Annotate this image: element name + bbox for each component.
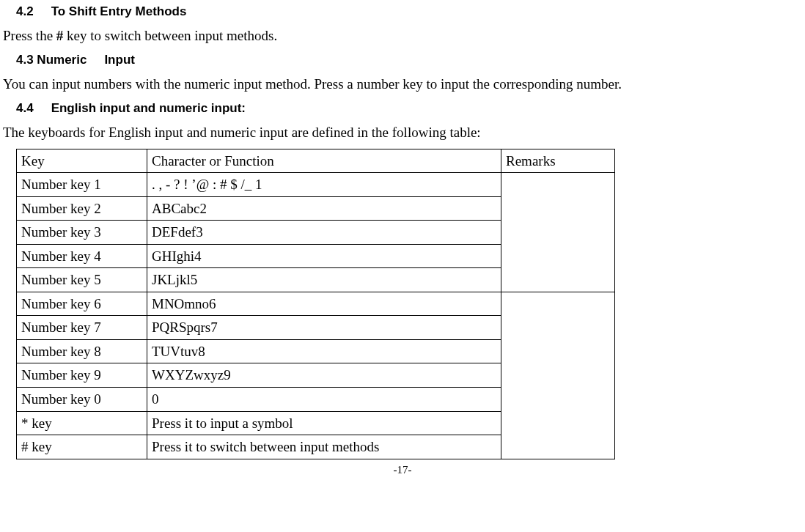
table-cell-key: Number key 7	[17, 316, 147, 340]
table-header-row: Key Character or Function Remarks	[17, 149, 615, 173]
body-4-4: The keyboards for English input and nume…	[3, 122, 802, 143]
heading-4-4: 4.4English input and numeric input:	[16, 100, 802, 118]
table-cell-key: Number key 4	[17, 244, 147, 268]
heading-4-2: 4.2To Shift Entry Methods	[16, 3, 802, 21]
heading-number: 4.4	[16, 101, 34, 115]
heading-4-3: 4.3 NumericInput	[16, 51, 802, 70]
table-cell-key: * key	[17, 411, 147, 435]
table-row: Number key 6 MNOmno6	[17, 292, 615, 316]
table-cell-char: Press it to switch between input methods	[147, 435, 501, 459]
table-cell-key: Number key 5	[17, 268, 147, 292]
table-cell-key: Number key 3	[17, 221, 147, 245]
table-cell-char: WXYZwxyz9	[147, 363, 501, 388]
table-header-remarks: Remarks	[501, 149, 615, 173]
heading-text: Input	[104, 53, 135, 67]
table-cell-key: Number key 6	[17, 292, 147, 316]
table-cell-key: Number key 2	[17, 196, 147, 221]
table-cell-char: 0	[147, 388, 501, 412]
table-cell-char: Press it to input a symbol	[147, 411, 501, 435]
table-cell-char: . , - ? ! ’@ : # $ /_ 1	[147, 173, 501, 197]
table-cell-char: JKLjkl5	[147, 268, 501, 292]
table-row: Number key 1 . , - ? ! ’@ : # $ /_ 1	[17, 173, 615, 197]
table-cell-key: Number key 9	[17, 363, 147, 388]
body-4-3: You can input numbers with the numeric i…	[3, 74, 802, 95]
table-cell-char: PQRSpqrs7	[147, 316, 501, 340]
table-cell-remarks	[501, 292, 615, 459]
heading-text: English input and numeric input:	[51, 101, 246, 115]
table-cell-char: MNOmno6	[147, 292, 501, 316]
table-header-key: Key	[17, 149, 147, 173]
body-text-span: Press the # key to switch between input …	[3, 28, 277, 43]
table-header-char: Character or Function	[147, 149, 501, 173]
table-cell-key: Number key 1	[17, 173, 147, 197]
table-cell-key: # key	[17, 435, 147, 459]
heading-text: To Shift Entry Methods	[51, 4, 187, 18]
table-cell-char: ABCabc2	[147, 196, 501, 221]
page-number: -17-	[3, 462, 802, 479]
table-cell-char: DEFdef3	[147, 221, 501, 245]
table-cell-char: TUVtuv8	[147, 339, 501, 363]
table-cell-key: Number key 0	[17, 388, 147, 412]
body-4-2: Press the # key to switch between input …	[3, 26, 802, 46]
key-mapping-table: Key Character or Function Remarks Number…	[16, 149, 615, 459]
heading-number: 4.3 Numeric	[16, 53, 87, 67]
table-cell-char: GHIghi4	[147, 244, 501, 268]
table-cell-remarks	[501, 173, 615, 292]
heading-number: 4.2	[16, 4, 34, 18]
table-cell-key: Number key 8	[17, 339, 147, 363]
